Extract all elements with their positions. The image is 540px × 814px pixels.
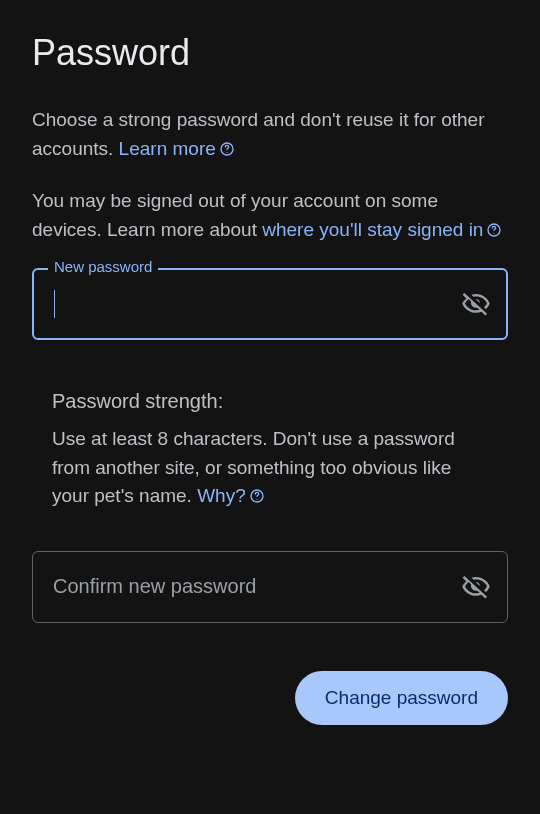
intro-body: Choose a strong password and don't reuse… [32,109,485,159]
help-icon [248,487,266,505]
signout-notice: You may be signed out of your account on… [32,187,508,244]
help-icon [485,221,503,239]
confirm-password-field [32,551,508,623]
new-password-input[interactable] [32,268,508,340]
password-strength-section: Password strength: Use at least 8 charac… [32,390,508,511]
why-link[interactable]: Why? [197,485,266,506]
toggle-visibility-button[interactable] [458,569,494,605]
stay-signed-in-link[interactable]: where you'll stay signed in [262,219,503,240]
change-password-button[interactable]: Change password [295,671,508,725]
svg-point-5 [256,499,257,500]
text-caret [54,290,55,318]
eye-off-icon [461,572,491,602]
eye-off-icon [461,289,491,319]
confirm-password-input[interactable] [32,551,508,623]
help-icon [218,140,236,158]
svg-point-3 [494,232,495,233]
intro-text: Choose a strong password and don't reuse… [32,106,508,163]
svg-point-1 [226,151,227,152]
new-password-field: New password [32,268,508,340]
strength-body: Use at least 8 characters. Don't use a p… [52,425,488,511]
actions-row: Change password [32,671,508,725]
toggle-visibility-button[interactable] [458,286,494,322]
new-password-label: New password [48,258,158,275]
strength-title: Password strength: [52,390,488,413]
learn-more-link[interactable]: Learn more [119,138,236,159]
page-title: Password [32,32,508,74]
